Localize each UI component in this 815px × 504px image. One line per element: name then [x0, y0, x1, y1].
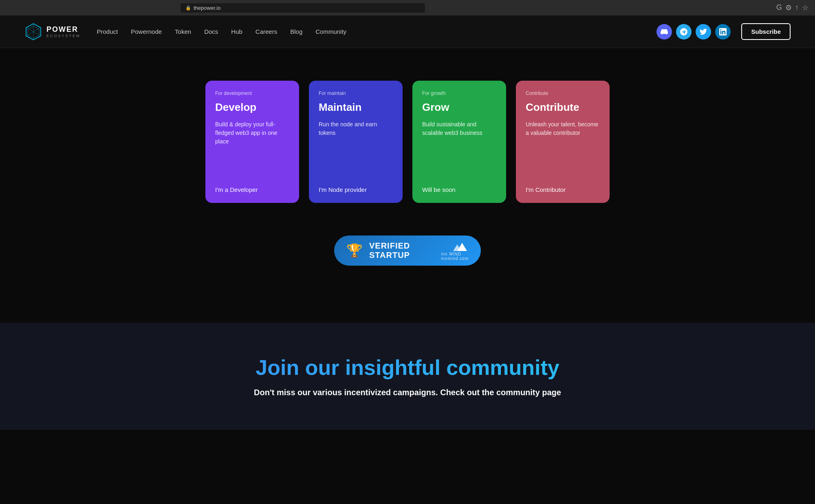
develop-card-subtitle: For development — [215, 90, 289, 96]
linkedin-button[interactable] — [715, 24, 731, 40]
badge-text: VERIFIED STARTUP — [369, 241, 410, 260]
logo-power-label: POWER — [46, 25, 81, 34]
twitter-icon — [700, 28, 707, 35]
contribute-card-title: Contribute — [526, 101, 600, 114]
telegram-button[interactable] — [676, 24, 692, 40]
community-subtitle: Don't miss our various incentivized camp… — [24, 388, 791, 397]
navbar: POWER ECOSYSTEM Product Powernode Token … — [0, 15, 815, 48]
nav-blog[interactable]: Blog — [290, 28, 302, 35]
url-text: thepower.io — [194, 5, 221, 11]
contribute-card-subtitle: Contribute — [526, 90, 600, 96]
logo-text: POWER ECOSYSTEM — [46, 25, 81, 38]
subscribe-button[interactable]: Subscribe — [741, 23, 791, 40]
grow-card[interactable]: For growth Grow Build sustainable and sc… — [412, 81, 506, 203]
logo[interactable]: POWER ECOSYSTEM — [24, 23, 81, 41]
community-title: Join our insightful community — [24, 355, 791, 380]
nav-product[interactable]: Product — [97, 28, 118, 35]
inn-mind-logo: inn MIND innmind.com — [441, 240, 469, 261]
nav-community[interactable]: Community — [315, 28, 346, 35]
main-content: For development Develop Build & deploy y… — [0, 48, 815, 323]
maintain-card[interactable]: For maintain Maintain Run the node and e… — [309, 81, 403, 203]
nav-hub[interactable]: Hub — [231, 28, 242, 35]
contribute-card-description: Unleash your talent, become a valuable c… — [526, 120, 600, 170]
url-bar[interactable]: 🔒 thepower.io — [181, 3, 425, 13]
extensions-icon: ⚙ — [785, 3, 792, 12]
maintain-card-title: Maintain — [319, 101, 393, 114]
grow-card-title: Grow — [422, 101, 496, 114]
contribute-card-cta[interactable]: I'm Contributor — [526, 186, 600, 193]
browser-chrome: 🔒 thepower.io G ⚙ ↑ ☆ — [0, 0, 815, 15]
twitter-button[interactable] — [696, 24, 711, 40]
nav-powernode[interactable]: Powernode — [131, 28, 162, 35]
logo-icon — [24, 23, 42, 41]
linkedin-icon — [719, 28, 727, 35]
community-section: Join our insightful community Don't miss… — [0, 323, 815, 430]
bookmark-icon: ☆ — [802, 3, 808, 12]
grow-card-cta: Will be soon — [422, 186, 496, 193]
nav-links: Product Powernode Token Docs Hub Careers… — [97, 28, 649, 35]
discord-icon — [661, 28, 668, 35]
inn-mind-url: innmind.com — [441, 256, 469, 261]
share-icon: ↑ — [795, 3, 799, 12]
inn-mind-text: inn MIND innmind.com — [441, 252, 469, 261]
nav-docs[interactable]: Docs — [204, 28, 218, 35]
maintain-card-description: Run the node and earn tokens — [319, 120, 393, 170]
inn-mind-brand: inn MIND — [441, 252, 461, 256]
lock-icon: 🔒 — [185, 5, 191, 11]
discord-button[interactable] — [656, 24, 672, 40]
browser-action-buttons: G ⚙ ↑ ☆ — [776, 3, 808, 12]
social-icons: Subscribe — [656, 23, 791, 40]
logo-ecosystem-label: ECOSYSTEM — [46, 34, 81, 38]
telegram-icon — [680, 28, 687, 35]
develop-card-description: Build & deploy your full-fledged web3 ap… — [215, 120, 289, 170]
develop-card-cta[interactable]: I'm a Developer — [215, 186, 289, 193]
badge-verified-label: VERIFIED — [369, 241, 410, 251]
badge-startup-label: STARTUP — [369, 251, 410, 260]
nav-careers[interactable]: Careers — [256, 28, 277, 35]
badge-section: 🏆 VERIFIED STARTUP inn MIND innmind.com — [24, 235, 791, 266]
grow-card-description: Build sustainable and scalable web3 busi… — [422, 120, 496, 170]
grow-card-subtitle: For growth — [422, 90, 496, 96]
maintain-card-cta[interactable]: I'm Node provider — [319, 186, 393, 193]
develop-card[interactable]: For development Develop Build & deploy y… — [205, 81, 299, 203]
maintain-card-subtitle: For maintain — [319, 90, 393, 96]
google-icon: G — [776, 3, 782, 12]
verified-startup-badge[interactable]: 🏆 VERIFIED STARTUP inn MIND innmind.com — [334, 235, 481, 266]
cards-section: For development Develop Build & deploy y… — [24, 81, 791, 203]
inn-mind-mountain-icon — [452, 240, 469, 252]
nav-token[interactable]: Token — [175, 28, 191, 35]
contribute-card[interactable]: Contribute Contribute Unleash your talen… — [516, 81, 610, 203]
develop-card-title: Develop — [215, 101, 289, 114]
trophy-icon: 🏆 — [346, 243, 363, 258]
